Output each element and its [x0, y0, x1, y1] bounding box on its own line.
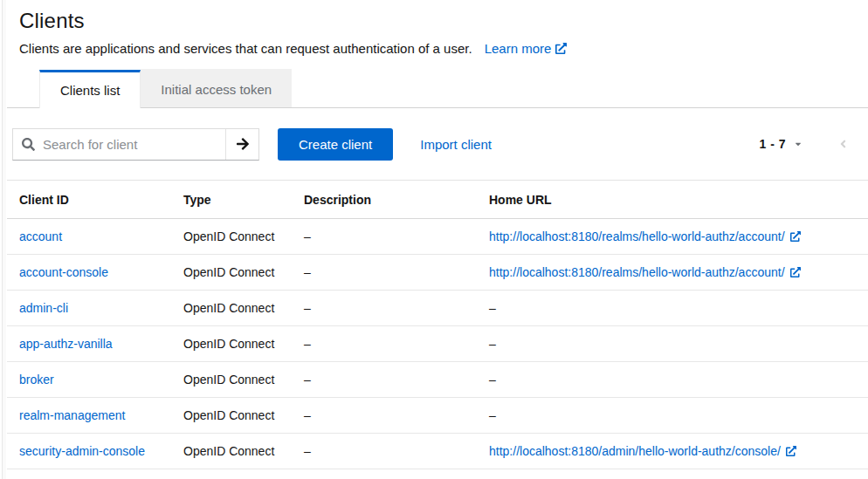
content-left-edge: [2, 0, 6, 479]
client-description-cell: –: [292, 255, 477, 291]
clients-table: Client ID Type Description Home URL acco…: [7, 181, 868, 469]
chevron-left-icon: [839, 138, 847, 150]
tab-initial-access-token-label: Initial access token: [161, 82, 272, 97]
external-link-icon: [790, 231, 801, 242]
table-row: admin-cli OpenID Connect – –: [7, 291, 868, 326]
client-description-cell: –: [292, 398, 477, 434]
arrow-right-icon: [236, 137, 250, 151]
client-id-link[interactable]: account-console: [19, 265, 108, 279]
clients-toolbar: Create client Import client 1 - 7: [7, 108, 868, 181]
tab-initial-access-token[interactable]: Initial access token: [141, 69, 292, 107]
pagination-range-dropdown[interactable]: 1 - 7: [759, 137, 803, 151]
home-url-cell: –: [477, 362, 868, 398]
client-id-link[interactable]: admin-cli: [19, 301, 68, 315]
client-id-link[interactable]: security-admin-console: [19, 444, 145, 458]
column-header-client-id: Client ID: [7, 181, 171, 219]
search-submit-button[interactable]: [225, 129, 258, 160]
tab-bar: Clients list Initial access token: [7, 70, 868, 108]
client-type-cell: OpenID Connect: [171, 219, 292, 255]
home-url-cell: –: [477, 398, 868, 434]
tab-clients-list-label: Clients list: [60, 83, 120, 98]
home-url-cell: –: [477, 291, 868, 326]
client-type-cell: OpenID Connect: [171, 326, 292, 362]
client-description-cell: –: [292, 326, 477, 362]
learn-more-label: Learn more: [485, 41, 552, 56]
client-id-link[interactable]: realm-management: [19, 408, 125, 422]
client-type-cell: OpenID Connect: [171, 398, 292, 434]
caret-down-icon: [794, 140, 803, 148]
client-description-cell: –: [292, 219, 477, 255]
client-type-cell: OpenID Connect: [171, 434, 292, 469]
search-field: [13, 129, 225, 160]
search-icon: [22, 138, 35, 151]
client-description-cell: –: [292, 434, 477, 469]
learn-more-link[interactable]: Learn more: [485, 41, 568, 56]
tab-clients-list[interactable]: Clients list: [39, 70, 141, 108]
table-row: broker OpenID Connect – –: [7, 362, 868, 398]
page-title: Clients: [19, 9, 847, 33]
external-link-icon: [790, 267, 801, 277]
client-description-cell: –: [292, 362, 477, 398]
page-description-text: Clients are applications and services th…: [19, 41, 472, 56]
table-header-row: Client ID Type Description Home URL: [7, 181, 868, 219]
client-description-cell: –: [292, 291, 477, 326]
table-row: security-admin-console OpenID Connect – …: [7, 434, 868, 469]
home-url-link[interactable]: http://localhost:8180/realms/hello-world…: [489, 229, 785, 243]
client-id-link[interactable]: broker: [19, 373, 54, 387]
client-type-cell: OpenID Connect: [171, 291, 292, 326]
table-row: app-authz-vanilla OpenID Connect – –: [7, 326, 868, 362]
client-type-cell: OpenID Connect: [171, 362, 292, 398]
search-group: [12, 128, 259, 161]
import-client-link[interactable]: Import client: [420, 137, 492, 152]
page-header: Clients Clients are applications and ser…: [7, 0, 868, 56]
table-row: account-console OpenID Connect – http://…: [7, 255, 868, 291]
home-url-cell: –: [477, 326, 868, 362]
external-link-icon: [555, 43, 567, 54]
column-header-type: Type: [171, 181, 292, 219]
clients-page: Clients Clients are applications and ser…: [7, 0, 868, 469]
column-header-home-url: Home URL: [477, 181, 868, 219]
client-id-link[interactable]: app-authz-vanilla: [19, 337, 113, 351]
home-url-link[interactable]: http://localhost:8180/realms/hello-world…: [489, 265, 785, 279]
external-link-icon: [786, 446, 796, 456]
column-header-description: Description: [292, 181, 477, 219]
pagination: 1 - 7: [759, 137, 847, 151]
client-id-link[interactable]: account: [19, 229, 62, 243]
table-row: account OpenID Connect – http://localhos…: [7, 219, 868, 255]
search-input[interactable]: [43, 137, 217, 152]
table-row: realm-management OpenID Connect – –: [7, 398, 868, 434]
client-type-cell: OpenID Connect: [171, 255, 292, 291]
pagination-prev-button[interactable]: [839, 138, 847, 150]
create-client-button[interactable]: Create client: [278, 128, 393, 161]
pagination-range-label: 1 - 7: [759, 137, 786, 151]
page-description: Clients are applications and services th…: [19, 41, 847, 56]
home-url-link[interactable]: http://localhost:8180/admin/hello-world-…: [489, 444, 781, 458]
